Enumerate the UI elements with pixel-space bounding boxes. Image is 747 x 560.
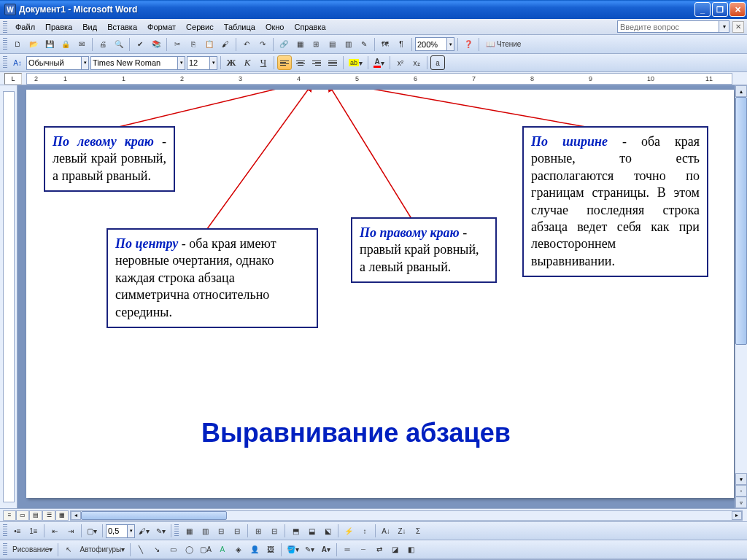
numbering-icon[interactable]: 1≡	[26, 524, 41, 538]
doc-map-icon[interactable]: 🗺	[378, 37, 392, 52]
menu-file[interactable]: Файл	[10, 21, 40, 33]
new-doc-icon[interactable]: 🗋	[10, 37, 25, 52]
underline-button[interactable]: Ч	[256, 55, 271, 70]
sort-desc-icon[interactable]: Z↓	[395, 524, 409, 538]
font-drop-icon[interactable]: ▾	[178, 56, 185, 70]
align-right-button[interactable]	[309, 55, 324, 70]
help-icon[interactable]: ❓	[461, 37, 476, 52]
line-spacing-combo[interactable]: ▾	[106, 524, 135, 538]
font-input[interactable]	[90, 56, 178, 70]
line-spacing-input[interactable]	[106, 524, 128, 538]
horizontal-ruler[interactable]: 2 1 1 2 3 4 5 6 7 8 9 10 11	[26, 73, 732, 85]
menu-format[interactable]: Формат	[142, 21, 181, 33]
increase-indent-icon[interactable]: ⇥	[63, 524, 78, 538]
help-search-dropdown[interactable]: ▾	[719, 20, 729, 33]
paste-icon[interactable]: 📋	[202, 37, 217, 52]
line-style-icon[interactable]: ═	[340, 542, 355, 557]
autosum-icon[interactable]: Σ	[411, 524, 425, 538]
textbox-align-left[interactable]: По левому краю - левый край ровный, а пр…	[44, 126, 175, 192]
char-border-button[interactable]: a	[430, 55, 445, 70]
insert-table-icon[interactable]: ⊞	[309, 37, 323, 52]
style-combo[interactable]: ▾	[26, 56, 89, 70]
3d-icon[interactable]: ◧	[404, 542, 419, 557]
superscript-button[interactable]: x²	[393, 55, 408, 70]
permissions-icon[interactable]: 🔒	[58, 37, 73, 52]
menu-window[interactable]: Окно	[260, 21, 290, 33]
sort-asc-icon[interactable]: A↓	[379, 524, 393, 538]
maximize-button[interactable]: ❐	[712, 2, 728, 17]
subscript-button[interactable]: x₂	[409, 55, 424, 70]
toolbar-grip[interactable]	[3, 38, 7, 51]
style-input[interactable]	[26, 56, 82, 70]
scroll-left-icon[interactable]: ◂	[71, 511, 81, 520]
textbox-icon[interactable]: ▢A	[198, 542, 214, 557]
redo-icon[interactable]: ↷	[255, 37, 270, 52]
autoformat-icon[interactable]: ⚡	[341, 524, 356, 538]
font-combo[interactable]: ▾	[90, 56, 185, 70]
hscroll-thumb[interactable]	[81, 511, 227, 520]
next-page-icon[interactable]: ▿	[735, 497, 747, 508]
zoom-combo[interactable]: ▾	[415, 37, 454, 51]
bold-button[interactable]: Ж	[224, 55, 239, 70]
scroll-thumb[interactable]	[735, 97, 747, 345]
wordart-icon[interactable]: A	[215, 542, 230, 557]
align-left-button[interactable]	[277, 55, 292, 70]
oval-icon[interactable]: ◯	[182, 542, 196, 557]
mail-icon[interactable]: ✉	[74, 37, 89, 52]
copy-icon[interactable]: ⎘	[186, 37, 201, 52]
undo-icon[interactable]: ↶	[239, 37, 254, 52]
size-combo[interactable]: ▾	[187, 56, 217, 70]
styles-pane-icon[interactable]: A↕	[10, 55, 25, 70]
textbox-align-justify[interactable]: По ширине - оба края ровные, то есть рас…	[522, 126, 708, 277]
preview-icon[interactable]: 🔍	[112, 37, 126, 52]
line-spacing-drop[interactable]: ▾	[128, 524, 135, 538]
spellcheck-icon[interactable]: ✔	[133, 37, 147, 52]
shading-icon[interactable]: 🖌▾	[136, 524, 152, 538]
delete-row-icon[interactable]: ⊟	[214, 524, 228, 538]
size-input[interactable]	[187, 56, 210, 70]
toolbar-grip[interactable]	[174, 524, 179, 537]
vertical-scrollbar[interactable]: ▴ ▾ ◦ ▿	[735, 85, 747, 508]
toolbar-grip[interactable]	[3, 524, 7, 537]
close-button[interactable]: ✕	[729, 2, 746, 17]
bullets-icon[interactable]: •≡	[10, 524, 25, 538]
menu-table[interactable]: Таблица	[219, 21, 260, 33]
decrease-indent-icon[interactable]: ⇤	[47, 524, 62, 538]
distribute-cols-icon[interactable]: ⬕	[320, 524, 335, 538]
menu-edit[interactable]: Правка	[40, 21, 77, 33]
text-direction-icon[interactable]: ↕	[357, 524, 372, 538]
dash-style-icon[interactable]: ┄	[356, 542, 371, 557]
drawing-menu[interactable]: Рисование ▾	[10, 542, 55, 557]
align-center-button[interactable]	[293, 55, 308, 70]
research-icon[interactable]: 📚	[149, 37, 163, 52]
textbox-align-center[interactable]: По центру - оба края имеют неровные очер…	[107, 228, 318, 328]
line-icon[interactable]: ╲	[133, 542, 148, 557]
show-marks-icon[interactable]: ¶	[394, 37, 409, 52]
highlight-button[interactable]: ab▾	[347, 55, 365, 70]
columns-icon[interactable]: ▥	[341, 37, 355, 52]
open-icon[interactable]: 📂	[26, 37, 41, 52]
arrow-icon[interactable]: ↘	[150, 542, 164, 557]
font-color-icon[interactable]: A▾	[319, 542, 333, 557]
doc-close-button[interactable]: ✕	[732, 21, 744, 33]
menu-help[interactable]: Справка	[289, 21, 330, 33]
fill-color-icon[interactable]: 🪣▾	[285, 542, 301, 557]
border-icon[interactable]: ▢▾	[85, 524, 99, 538]
toolbar-grip[interactable]	[3, 56, 7, 69]
cut-icon[interactable]: ✂	[170, 37, 185, 52]
font-color-button[interactable]: A▾	[371, 55, 387, 70]
menu-tools[interactable]: Сервис	[181, 21, 219, 33]
zoom-drop-icon[interactable]: ▾	[447, 37, 454, 51]
split-cells-icon[interactable]: ⊟	[267, 524, 282, 538]
toolbar-grip[interactable]	[3, 543, 7, 556]
align-justify-button[interactable]	[325, 55, 340, 70]
help-search-input[interactable]	[617, 20, 719, 33]
page[interactable]: По левому краю - левый край ровный, а пр…	[26, 90, 734, 498]
line-color-icon[interactable]: ✎▾	[303, 542, 317, 557]
tab-type-button[interactable]: L	[4, 73, 22, 85]
align-top-icon[interactable]: ⬒	[288, 524, 303, 538]
distribute-rows-icon[interactable]: ⬓	[304, 524, 319, 538]
vertical-ruler[interactable]	[0, 85, 18, 508]
border-color-icon[interactable]: ✎▾	[153, 524, 168, 538]
picture-icon[interactable]: 🖼	[263, 542, 278, 557]
